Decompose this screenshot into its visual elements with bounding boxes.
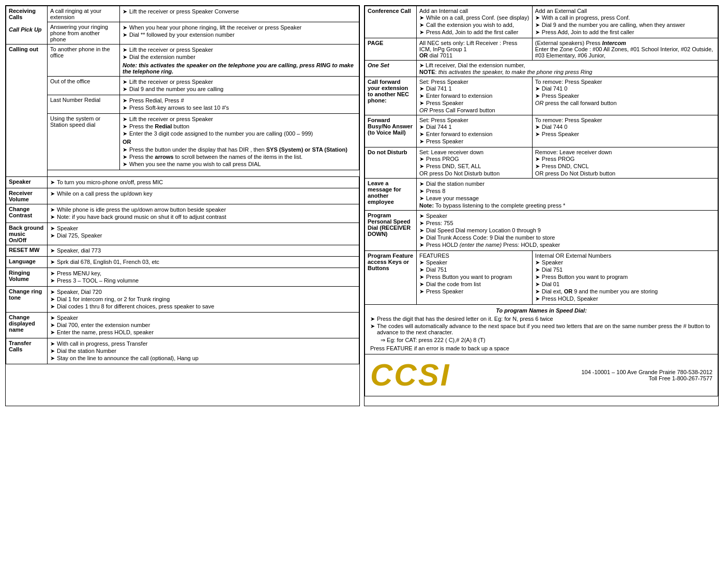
- list-item: ➤Press the digit that has the desired le…: [370, 316, 712, 322]
- address-text: 104 -10001 – 100 Ave Grande Prairie 780-…: [581, 369, 712, 375]
- leave-message-col: ➤Dial the station number ➤Press 8 ➤Leave…: [417, 179, 718, 211]
- item-text: Press Button you want to program: [542, 274, 628, 280]
- table-row: [6, 364, 359, 406]
- list-item: ➤Press Button you want to program: [535, 274, 715, 280]
- item-text: When you hear your phone ringing, lift t…: [129, 24, 301, 31]
- example-text: ⇒ Eg: for CAT: press 222 ( C),# 2(A) 8 (…: [381, 337, 712, 344]
- list-item: ➤Press Add, Join to add the first caller: [535, 29, 715, 36]
- item-text: Stay on the line to announce the call (o…: [57, 355, 199, 361]
- list-item: ➤Press 8: [419, 188, 715, 195]
- arrow-icon: ➤: [419, 281, 424, 288]
- change-ring-tone-col: ➤Speaker, Dial 720 ➤Dial 1 for intercom …: [48, 287, 359, 313]
- item-text: Dial 744 1: [426, 124, 452, 130]
- item-text: Dial 9 and the number you are calling, w…: [542, 22, 685, 28]
- item-text: Press the Redial button: [129, 123, 189, 129]
- list-item: ➤While phone is idle press the up/down a…: [50, 206, 356, 213]
- speed-dial-names-section: To program Names in Speed Dial: ➤Press t…: [365, 305, 718, 354]
- or-text: OR: [123, 139, 356, 145]
- change-ring-tone-header: Change ring tone: [6, 287, 48, 313]
- item-text: Lift the receiver or press Speaker: [129, 79, 213, 85]
- item-text: Leave your message: [426, 195, 479, 201]
- table-row: Back ground music On/Off ➤Speaker ➤Dial …: [6, 223, 359, 245]
- item-text: Press Add, Join to add the first caller: [426, 29, 519, 35]
- arrow-icon: ➤: [123, 97, 127, 104]
- change-displayed-name-col: ➤Speaker ➤Dial 700, enter the extension …: [48, 313, 359, 338]
- arrow-icon: ➤: [50, 289, 55, 295]
- do-not-disturb-remove-col: Remove: Leave receiver down ➤Press PROG …: [532, 147, 718, 179]
- dnd-set-or: OR press Do Not Disturb button: [419, 170, 529, 176]
- item-text: Dial 1 for intercom ring, or 2 for Trunk…: [57, 296, 170, 302]
- one-set-col: ➤ Lift receiver, Dial the extension numb…: [417, 61, 718, 77]
- calling-out-col2a: ➤Lift the receiver or press Speaker ➤Dia…: [120, 45, 359, 77]
- item-text: Press MENU key,: [57, 270, 101, 276]
- list-item: ➤Press DND, CNCL: [535, 163, 715, 170]
- arrow-icon: ➤: [535, 156, 540, 162]
- arrow-icon: ➤: [419, 124, 424, 130]
- change-contrast-col: ➤While phone is idle press the up/down a…: [48, 204, 359, 223]
- list-item: ➤Press Speaker: [419, 288, 529, 295]
- page-header: PAGE: [365, 38, 417, 61]
- arrow-icon: ➤: [535, 163, 540, 170]
- transfer-calls-header: Transfer Calls: [6, 338, 48, 364]
- arrow-icon: ➤: [419, 22, 424, 28]
- arrow-icon: ➤: [123, 54, 127, 61]
- list-item: ➤Sprk dial 678, English 01, French 03, e…: [50, 259, 356, 265]
- list-item: ➤Dial ** followed by your extension numb…: [123, 32, 356, 38]
- calling-out-col1a: To another phone in the office: [48, 45, 120, 77]
- list-item: ➤Lift the receiver or press Speaker: [123, 47, 356, 53]
- arrow-icon: ➤: [123, 130, 127, 137]
- item-text: Dial 725, Speaker: [57, 232, 102, 239]
- call-pickup-col2: ➤When you hear your phone ringing, lift …: [120, 22, 359, 45]
- arrow-icon: ➤: [419, 288, 424, 295]
- arrow-icon: ➤: [50, 259, 55, 265]
- left-table: Receiving Calls Call Pick Up A call ring…: [6, 6, 359, 406]
- arrow-icon: ➤: [50, 340, 55, 347]
- arrow-icon: ➤: [419, 274, 424, 280]
- list-item: ➤Dial 725, Speaker: [50, 232, 356, 239]
- list-item: ➤Press the arrows to scroll between the …: [123, 154, 356, 160]
- do-not-disturb-header: Do not Disturb: [365, 147, 417, 179]
- arrow-icon: ➤: [419, 220, 424, 227]
- dnd-remove-title: Remove: Leave receiver down: [535, 149, 715, 155]
- arrow-icon: ➤: [419, 93, 424, 99]
- reset-mw-header: RESET MW: [6, 245, 48, 257]
- transfer-calls-col: ➤With call in progress, press Transfer ➤…: [48, 338, 359, 364]
- item-text: Dial 700, enter the extension number: [57, 322, 150, 328]
- item-text: Press: 755: [426, 220, 453, 226]
- one-set-note: NOTE: this activates the speaker, to mak…: [419, 69, 715, 75]
- note-text: Note: this activates the speaker on the …: [123, 62, 354, 75]
- arrow-icon: ➤: [123, 24, 127, 31]
- arrow-icon: ➤: [535, 124, 540, 130]
- logo-container: CCSI 104 -10001 – 100 Ave Grande Prairie…: [370, 360, 712, 391]
- arrow-icon: ➤: [123, 32, 127, 38]
- item-text: Dial 01: [542, 281, 559, 287]
- change-contrast-header: Change Contrast: [6, 204, 48, 223]
- table-row: Transfer Calls ➤With call in progress, p…: [6, 338, 359, 364]
- item-text: Enter forward to extension: [426, 131, 492, 137]
- arrow-icon: ➤: [419, 85, 424, 92]
- arrow-icon: ➤: [123, 105, 127, 111]
- arrow-icon: ➤: [419, 163, 424, 170]
- list-item: ➤Dial 700, enter the extension number: [50, 322, 356, 329]
- list-item: ➤Dial 744 0: [535, 124, 715, 130]
- background-music-header: Back ground music On/Off: [6, 223, 48, 245]
- ringing-volume-col: ➤Press MENU key, ➤Press 3 – TOOL – Ring …: [48, 268, 359, 287]
- item-text: To turn you micro-phone on/off, press MI…: [57, 179, 163, 185]
- arrow-icon: ➤: [419, 29, 424, 36]
- list-item: ➤Leave your message: [419, 195, 715, 202]
- list-item: ➤The codes will automatically advance to…: [370, 323, 712, 335]
- arrow-icon: ➤: [50, 355, 55, 362]
- table-row: Change displayed name ➤Speaker ➤Dial 700…: [6, 313, 359, 338]
- list-item: ➤Note: if you have back ground music on …: [50, 214, 356, 220]
- calling-out-col2b: ➤Lift the receiver or press Speaker ➤Dia…: [120, 77, 359, 95]
- list-item: ➤Lift the receiver or press Speaker: [123, 116, 356, 123]
- item-text: Dial ext, OR 9 and the number you are st…: [542, 288, 658, 294]
- item-text: Dial Speed Dial memory Location 0 throug…: [426, 227, 541, 233]
- call-forward-set-title: Set: Press Speaker: [419, 79, 529, 85]
- list-item: ➤Dial Speed Dial memory Location 0 throu…: [419, 227, 715, 234]
- features-title: FEATURES: [419, 253, 529, 259]
- last-number-redial-col1: Last Number Redial: [48, 95, 120, 114]
- item-text: Dial the station Number: [57, 348, 116, 354]
- list-item: ➤Press DND, SET, ALL: [419, 163, 529, 170]
- table-row: Program Personal Speed Dial (RECEIVER DO…: [365, 211, 718, 251]
